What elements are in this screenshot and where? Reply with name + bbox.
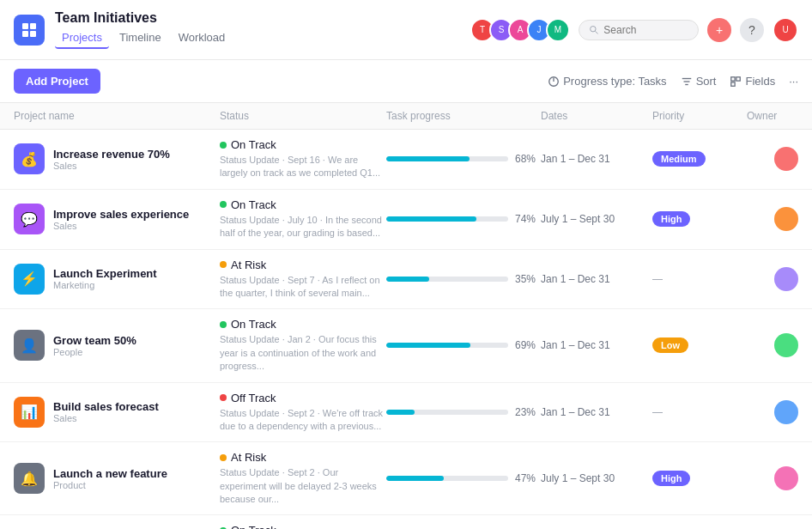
status-label: On Track: [220, 318, 386, 331]
project-team: Marketing: [53, 280, 157, 290]
progress-pct: 47%: [515, 472, 541, 484]
progress-pct: 69%: [515, 339, 541, 351]
owner-cell: [747, 466, 798, 490]
status-cell: Off Track Status Update · Sept 2 · We're…: [220, 392, 386, 434]
col-project-name: Project name: [14, 110, 220, 122]
table-row[interactable]: 💰 Increase revenue 70% Sales On Track St…: [0, 130, 812, 190]
project-info: 🔔 Launch a new feature Product: [14, 463, 220, 494]
table-row[interactable]: 🔔 Launch a new feature Product At Risk S…: [0, 442, 812, 515]
status-label: At Risk: [220, 451, 386, 464]
priority-badge: —: [652, 273, 663, 285]
progress-bar-bg: [386, 216, 508, 222]
fields-action[interactable]: Fields: [730, 75, 775, 88]
svg-rect-10: [731, 76, 735, 80]
svg-rect-12: [731, 82, 735, 85]
priority-badge: —: [652, 406, 663, 418]
dates-cell: July 1 – Sept 30: [541, 213, 652, 225]
progress-bar-fill: [386, 343, 470, 348]
project-team: Product: [53, 480, 167, 490]
owner-avatar: [774, 267, 798, 291]
project-icon: 📊: [14, 397, 45, 428]
search-box[interactable]: [579, 20, 699, 40]
nav-workload[interactable]: Workload: [172, 27, 233, 49]
progress-icon: [548, 76, 560, 88]
table-row[interactable]: 📊 Build sales forecast Sales Off Track S…: [0, 383, 812, 443]
header-branding: Team Initiatives Projects Timeline Workl…: [55, 10, 232, 49]
project-team: Sales: [53, 161, 170, 171]
svg-rect-0: [22, 23, 28, 29]
table-row[interactable]: ⭐ Increase engagement 20% Customer Succe…: [0, 515, 812, 529]
project-team: Sales: [53, 413, 159, 423]
status-dot: [220, 394, 227, 401]
priority-cell: High: [652, 211, 747, 227]
status-dot: [220, 201, 227, 208]
app-title: Team Initiatives: [55, 10, 232, 26]
progress-pct: 23%: [515, 406, 541, 418]
owner-avatar: [774, 333, 798, 357]
priority-cell: High: [652, 471, 747, 486]
status-cell: On Track Status Update · July 10 · In th…: [220, 198, 386, 240]
priority-badge: High: [652, 211, 690, 227]
more-action[interactable]: ···: [789, 75, 798, 88]
table-row[interactable]: ⚡ Launch Experiment Marketing At Risk St…: [0, 250, 812, 310]
add-project-button[interactable]: Add Project: [14, 69, 100, 94]
status-text: Off Track: [231, 392, 276, 404]
dates-cell: Jan 1 – Dec 31: [541, 273, 652, 285]
svg-rect-11: [736, 76, 740, 80]
toolbar: Add Project Progress type: Tasks Sort Fi…: [0, 60, 812, 103]
progress-bar-bg: [386, 410, 508, 415]
progress-bar-bg: [386, 476, 508, 481]
progress-cell: 68%: [386, 153, 541, 165]
progress-pct: 68%: [515, 153, 541, 165]
progress-bar-fill: [386, 476, 444, 481]
progress-pct: 35%: [515, 273, 541, 285]
status-cell: At Risk Status Update · Sept 2 · Our exp…: [220, 451, 386, 506]
nav-projects[interactable]: Projects: [55, 27, 109, 49]
status-label: On Track: [220, 138, 386, 151]
progress-bar-fill: [386, 410, 415, 415]
owner-avatar: [774, 207, 798, 231]
project-info: 📊 Build sales forecast Sales: [14, 397, 220, 428]
dates-cell: Jan 1 – Dec 31: [541, 339, 652, 351]
table-row[interactable]: 👤 Grow team 50% People On Track Status U…: [0, 309, 812, 382]
progress-cell: 47%: [386, 472, 541, 484]
owner-avatar: [774, 466, 798, 490]
table-row[interactable]: 💬 Improve sales experience Sales On Trac…: [0, 190, 812, 250]
dates-cell: Jan 1 – Dec 31: [541, 406, 652, 418]
project-name: Launch Experiment: [53, 267, 157, 280]
app-icon: [14, 15, 45, 46]
project-info: 💰 Increase revenue 70% Sales: [14, 143, 220, 174]
svg-point-4: [591, 26, 596, 31]
dates-cell: Jan 1 – Dec 31: [541, 153, 652, 165]
progress-type-action[interactable]: Progress type: Tasks: [548, 75, 666, 88]
project-icon: 🔔: [14, 463, 45, 494]
status-update: Status Update · Sept 2 · We're off track…: [220, 407, 386, 434]
owner-cell: [747, 400, 798, 424]
nav-timeline[interactable]: Timeline: [112, 27, 168, 49]
project-table: 💰 Increase revenue 70% Sales On Track St…: [0, 130, 812, 529]
status-text: At Risk: [231, 451, 266, 464]
fields-icon: [730, 76, 742, 88]
status-text: On Track: [231, 318, 276, 331]
add-button[interactable]: +: [707, 18, 731, 42]
status-label: Off Track: [220, 392, 386, 404]
col-priority: Priority: [652, 110, 747, 122]
progress-cell: 74%: [386, 213, 541, 225]
sort-action[interactable]: Sort: [681, 75, 717, 88]
project-team: Sales: [53, 221, 189, 231]
help-button[interactable]: ?: [740, 18, 764, 42]
table-header: Project name Status Task progress Dates …: [0, 103, 812, 130]
status-cell: On Track Status Update · Jan 2 · Our foc…: [220, 318, 386, 373]
project-details: Increase revenue 70% Sales: [53, 148, 170, 171]
project-info: 💬 Improve sales experience Sales: [14, 204, 220, 234]
project-name: Improve sales experience: [53, 208, 189, 221]
project-name: Increase revenue 70%: [53, 148, 170, 161]
user-avatar[interactable]: U: [773, 17, 798, 43]
progress-bar-bg: [386, 156, 508, 161]
header-nav: Projects Timeline Workload: [55, 27, 232, 49]
search-input[interactable]: [603, 24, 688, 36]
progress-bar-fill: [386, 216, 476, 222]
priority-cell: Low: [652, 337, 747, 353]
col-task-progress: Task progress: [386, 110, 541, 122]
progress-bar-bg: [386, 343, 508, 348]
